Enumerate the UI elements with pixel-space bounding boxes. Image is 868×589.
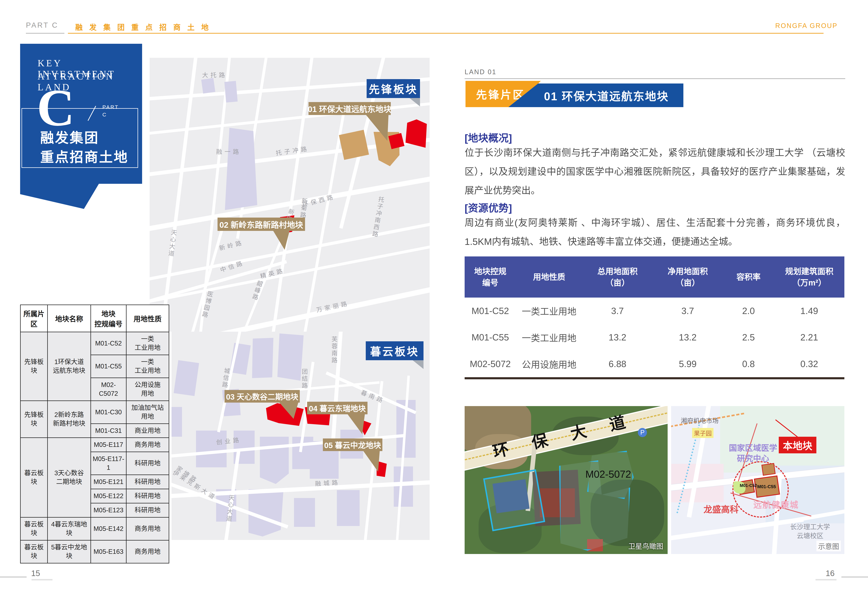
land-name-cell: 3天心数谷 二期地块 (47, 438, 91, 517)
col-header: 用地性质 (126, 305, 169, 332)
code-cell: M05-E121 (91, 475, 126, 489)
use-cell: 公用设施 用地 (126, 378, 169, 401)
parcel-tan-1 (339, 130, 369, 160)
code-cell: M05-E117 (91, 438, 126, 452)
road-label: 天心大道 (166, 229, 178, 258)
use-cell: 商业用地 (126, 424, 169, 438)
header-part-label: PART C (26, 21, 58, 30)
parcel-table-header: 用地性质 (516, 257, 582, 298)
district-cell: 暮云板块 (21, 540, 47, 563)
land-rule (465, 78, 845, 79)
road-label: 大托路 (202, 70, 227, 79)
parcel-table-cell: M01-C55 (465, 324, 516, 351)
parcel-table-cell: 5.99 (652, 351, 723, 377)
road-label: 融一路 (216, 147, 241, 156)
parcel-tag-01: 01 环保大道远航东地块 (309, 102, 391, 115)
banner-title-cn-1: 融发集团 (40, 127, 99, 146)
banner-tail (20, 184, 99, 210)
map-xianfeng: 大托路 融一路 托子冲路 环保西路 托子冲南西路 中信路 天心大道 新岭路 精英… (150, 58, 430, 332)
header-brand: RONGFA GROUP (775, 22, 837, 30)
this-parcel-tag: 本地块 (779, 437, 816, 453)
table-row: 暮云板块3天心数谷 二期地块M05-E117商务用地 (21, 438, 169, 452)
parcel-table-cell: 一类工业用地 (516, 324, 582, 351)
use-cell: 商务用地 (126, 540, 169, 563)
footer-smudge-left (31, 579, 53, 580)
schematic-caption: 示意图 (816, 540, 841, 551)
parking-icon: P (638, 428, 647, 437)
parcel-data-table: 地块控规 编号用地性质总用地面积 （亩）净用地面积 （亩）容积率规划建筑面积 （… (465, 257, 844, 379)
code-cell: M01-C55 (91, 355, 126, 378)
parcel-tag-04: 04 暮云东瑞地块 (307, 402, 368, 414)
parcel-table-cell: M01-C52 (465, 298, 516, 324)
land-name-cell: 4暮云东瑞地块 (47, 517, 91, 540)
chapter-banner: KEY INVESTMENT ATTRACTION LAND C PART C … (20, 44, 142, 184)
schematic-parcel-b-label: M01-C55 (757, 484, 776, 489)
use-cell: 商务用地 (126, 438, 169, 452)
parcel-table-cell: 2.0 (723, 298, 774, 324)
page-number-right: 16 (826, 568, 835, 578)
use-cell: 科研用地 (126, 503, 169, 517)
page-number-left: 15 (31, 568, 40, 578)
region-tag-fold (409, 98, 420, 106)
footer-rule-left (0, 577, 27, 577)
use-cell: 科研用地 (126, 475, 169, 489)
parcel-table-cell: M02-5072 (465, 351, 516, 377)
brochure-spread: PART C 融发集团重点招商土地 RONGFA GROUP KEY INVES… (0, 0, 868, 589)
code-cell: M05-E163 (91, 540, 126, 563)
table-row: 先锋板块2新岭东路 新路村地块M01-C30加油加气站 用地 (21, 401, 169, 424)
banner-letter-c: C (37, 81, 75, 134)
area-tag-text: 先锋片区 (476, 86, 525, 102)
parcel-table-header: 容积率 (723, 257, 774, 298)
district-cell: 先锋板块 (21, 401, 47, 438)
table-row: 暮云板块4暮云东瑞地块M05-E142商务用地 (21, 517, 169, 540)
cyan-parcel-outline (483, 469, 545, 531)
road-label: 新岭路 (218, 238, 245, 252)
code-cell: M05-E117-1 (91, 452, 126, 475)
land-name-cell: 1环保大道 远航东地块 (47, 332, 91, 401)
land-number-tag: LAND 01 (465, 68, 496, 76)
header-title: 融发集团重点招商土地 (75, 21, 215, 32)
code-cell: M05-E123 (91, 503, 126, 517)
banner-title-cn-2: 重点招商土地 (40, 146, 128, 166)
schematic-label-univ: 长沙理工大学 云塘校区 (790, 523, 830, 540)
satellite-parcel-label: M02-5072 (585, 468, 631, 480)
schematic-label-health: 远航健康城 (753, 498, 799, 510)
district-cell: 暮云板块 (21, 517, 47, 540)
parcel-table-header: 地块控规 编号 (465, 257, 516, 298)
parcel-table-cell: 0.32 (774, 351, 844, 377)
table-bottom-rule (465, 377, 844, 379)
land-title-banner: 01 环保大道远航东地块 (508, 84, 683, 107)
parcel-tag-05: 05 暮云中龙地块 (323, 438, 382, 451)
parcel-table-row: M01-C55一类工业用地13.213.22.52.21 (465, 324, 844, 351)
use-cell: 科研用地 (126, 452, 169, 475)
footer-smudge-right (815, 579, 837, 580)
banner-part-small-c: C (102, 112, 106, 118)
road-label: 融城路 (315, 478, 340, 487)
parcel-table-cell: 公用设施用地 (516, 351, 582, 377)
schematic-label-orchard: 果子园 (692, 428, 713, 438)
code-cell: M05-E122 (91, 489, 126, 503)
use-cell: 加油加气站 用地 (126, 401, 169, 424)
land-title-text: 01 环保大道远航东地块 (544, 87, 669, 103)
resource-heading: [资源优势] (465, 200, 512, 215)
district-cell: 暮云板块 (21, 438, 47, 517)
table-row: 先锋板块1环保大道 远航东地块M01-C52一类 工业用地 (21, 332, 169, 355)
schematic-label-medical: 国家区域医学 研究中心 (729, 443, 777, 464)
use-cell: 一类 工业用地 (126, 332, 169, 355)
overview-heading: [地块概况] (465, 130, 512, 145)
parcel-table-cell: 1.49 (774, 298, 844, 324)
schematic-parcel-a-label: M01-C52 (740, 483, 757, 488)
col-header: 地块名称 (47, 305, 91, 332)
footer-rule-right (841, 577, 868, 577)
land-index-table: 所属片区 地块名称 地块 控规编号 用地性质 先锋板块1环保大道 远航东地块M0… (20, 304, 169, 564)
satellite-image: 环 保 大 道 M02-5072 P 卫星鸟瞰图 (465, 406, 668, 554)
code-cell: M01-C30 (91, 401, 126, 424)
parcel-table-cell: 0.8 (723, 351, 774, 377)
parcel-tag-02: 02 新岭东路新路村地块 (217, 218, 305, 231)
table-row: 暮云板块5暮云中龙地块M05-E163商务用地 (21, 540, 169, 563)
use-cell: 一类 工业用地 (126, 355, 169, 378)
col-header: 地块 控规编号 (91, 305, 126, 332)
map-muyun: 芙蓉南路 团结路 城信路 暮南路 创业路 融城路 伊莱克斯大道 天心大道 家塘路 (171, 332, 430, 540)
region-tag-fold (413, 360, 424, 369)
parcel-table-cell: 3.7 (652, 298, 723, 324)
